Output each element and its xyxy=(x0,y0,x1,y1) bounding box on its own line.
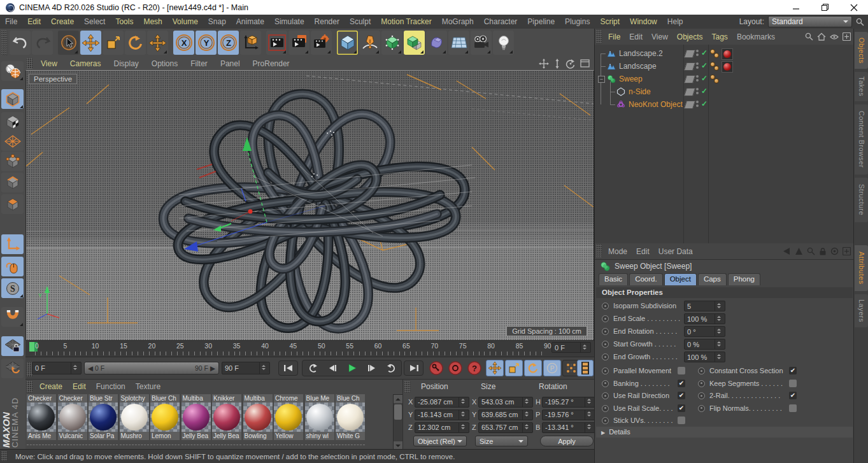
scrollbar-thumb[interactable] xyxy=(394,404,402,420)
snap-settings-button[interactable]: S xyxy=(1,278,24,298)
next-frame-button[interactable] xyxy=(362,360,381,376)
keyframe-selection-button[interactable]: ? xyxy=(466,360,483,376)
menu-item[interactable]: Window xyxy=(625,17,662,26)
render-to-picture-viewer-button[interactable] xyxy=(288,31,309,55)
material-preview-sphere[interactable] xyxy=(275,404,302,431)
keyframe-circle-icon[interactable] xyxy=(698,392,705,399)
object-row-landscape[interactable]: Landscape ✓ xyxy=(595,60,854,73)
viewport-menu-item[interactable]: Panel xyxy=(214,59,246,68)
maximize-button[interactable] xyxy=(811,0,839,15)
checkbox[interactable] xyxy=(678,417,685,424)
menu-item[interactable]: Create xyxy=(46,17,79,26)
key-parameter-button[interactable]: P xyxy=(543,360,561,376)
menu-item[interactable]: Volume xyxy=(167,17,203,26)
redo-button[interactable] xyxy=(32,31,53,55)
attribute-value-field[interactable]: 0 ° xyxy=(684,326,725,337)
planar-workplane-button[interactable] xyxy=(1,359,24,378)
render-settings-button[interactable] xyxy=(311,31,332,55)
enabled-check-icon[interactable]: ✓ xyxy=(701,74,708,83)
layout-dropdown[interactable]: Standard xyxy=(768,16,852,27)
current-frame-field[interactable]: 0 F xyxy=(551,342,591,353)
position-z-field[interactable]: 12.302 cm xyxy=(415,422,469,433)
keyframe-circle-icon[interactable] xyxy=(698,380,705,387)
material-preview-sphere[interactable] xyxy=(121,404,148,431)
last-used-tool-button[interactable] xyxy=(147,31,168,55)
material-tile[interactable]: Blue Ch White G xyxy=(336,394,365,445)
render-view-button[interactable] xyxy=(266,31,287,55)
rotate-view-icon[interactable] xyxy=(566,59,576,69)
object-row-landscape2[interactable]: Landscape.2 ✓ xyxy=(595,47,854,60)
material-preview-sphere[interactable] xyxy=(245,404,271,431)
viewport-solo-button[interactable] xyxy=(1,257,24,276)
add-panel-icon[interactable] xyxy=(843,32,851,41)
size-z-field[interactable]: 653.757 cm xyxy=(478,422,533,433)
material-tile[interactable]: Chrome Yellow xyxy=(274,394,303,445)
visibility-dots[interactable] xyxy=(696,75,699,82)
view-label[interactable]: Perspective xyxy=(29,74,77,84)
key-scale-button[interactable] xyxy=(505,360,523,376)
keyframe-circle-icon[interactable] xyxy=(602,303,609,310)
add-cube-button[interactable] xyxy=(337,31,358,55)
scroll-up-button[interactable] xyxy=(394,395,402,403)
details-expander[interactable]: Details xyxy=(596,427,853,438)
material-menu-item[interactable]: Texture xyxy=(131,382,166,391)
search-icon[interactable] xyxy=(807,247,815,255)
viewport-menu-grip[interactable] xyxy=(27,58,32,69)
keyframe-circle-icon[interactable] xyxy=(698,405,705,412)
previous-frame-button[interactable] xyxy=(322,360,342,376)
toggle-view-icon[interactable] xyxy=(580,59,590,69)
visibility-dots[interactable] xyxy=(696,88,699,94)
eye-icon[interactable] xyxy=(830,34,839,40)
record-button[interactable] xyxy=(427,360,445,376)
position-y-field[interactable]: -16.143 cm xyxy=(415,410,469,420)
layer-icon[interactable] xyxy=(684,50,695,58)
tab-structure[interactable]: Structure xyxy=(855,178,868,222)
attribute-tab[interactable]: Basic xyxy=(599,273,628,285)
object-row-neoknot[interactable]: NeoKnot Object ✓ xyxy=(595,98,854,111)
end-frame-field[interactable]: 90 F xyxy=(222,362,270,374)
coordinates-grip[interactable] xyxy=(404,381,410,392)
material-tile[interactable]: Multiba Bowling xyxy=(243,394,273,445)
menu-item[interactable]: Help xyxy=(662,17,688,26)
deformers-button[interactable] xyxy=(426,31,447,55)
checkbox[interactable] xyxy=(789,367,797,374)
attribute-value-field[interactable]: 100 % xyxy=(684,352,725,362)
keyframe-circle-icon[interactable] xyxy=(602,315,609,322)
attribute-tab[interactable]: Phong xyxy=(728,273,760,285)
layer-icon[interactable] xyxy=(684,75,695,83)
zoom-view-icon[interactable] xyxy=(553,59,561,69)
object-manager-menu-item[interactable]: Bookmarks xyxy=(732,32,779,41)
viewport-canvas[interactable]: Y Perspective Grid Spacing : 100 cm xyxy=(25,70,594,341)
rotation-b-field[interactable]: -13.341 ° xyxy=(542,422,595,433)
viewport-menu-item[interactable]: View xyxy=(34,59,64,68)
section-header[interactable]: Object Properties xyxy=(596,287,853,298)
checkbox[interactable] xyxy=(678,392,685,399)
close-button[interactable] xyxy=(839,0,868,15)
material-tile[interactable]: Multiba Jelly Bea xyxy=(181,394,211,445)
size-mode-dropdown[interactable]: Size xyxy=(475,436,528,446)
material-tile[interactable]: Checker Anis Me xyxy=(27,394,56,445)
menu-item[interactable]: Mesh xyxy=(138,17,167,26)
menu-item[interactable]: Motion Tracker xyxy=(376,17,436,26)
object-manager-menu-item[interactable]: Objects xyxy=(672,32,708,41)
generators-button[interactable] xyxy=(381,31,402,55)
frame-range-slider[interactable]: ◀ 0 F90 F ▶ xyxy=(84,362,219,374)
menu-item[interactable]: Pipeline xyxy=(522,17,560,26)
layer-icon[interactable] xyxy=(684,88,695,96)
checkbox[interactable] xyxy=(789,392,797,399)
enabled-check-icon[interactable]: ✓ xyxy=(701,99,708,108)
visibility-dots[interactable] xyxy=(696,62,699,69)
viewport-menu-item[interactable]: ProRender xyxy=(246,59,296,68)
lock-y-axis-button[interactable]: Y xyxy=(196,31,217,55)
object-row-sweep[interactable]: – Sweep ✓ xyxy=(595,73,854,85)
tab-attributes[interactable]: Attributes xyxy=(855,245,868,291)
material-preview-sphere[interactable] xyxy=(90,404,117,431)
phong-tag-icon[interactable] xyxy=(710,74,720,84)
attribute-value-field[interactable]: 100 % xyxy=(684,313,725,324)
menu-item[interactable]: Edit xyxy=(22,17,46,26)
tab-takes[interactable]: Takes xyxy=(855,72,868,101)
material-preview-sphere[interactable] xyxy=(59,404,86,431)
material-preview-sphere[interactable] xyxy=(183,404,210,431)
viewport-menu-item[interactable]: Filter xyxy=(184,59,214,68)
attribute-tab[interactable]: Caps xyxy=(698,273,727,285)
